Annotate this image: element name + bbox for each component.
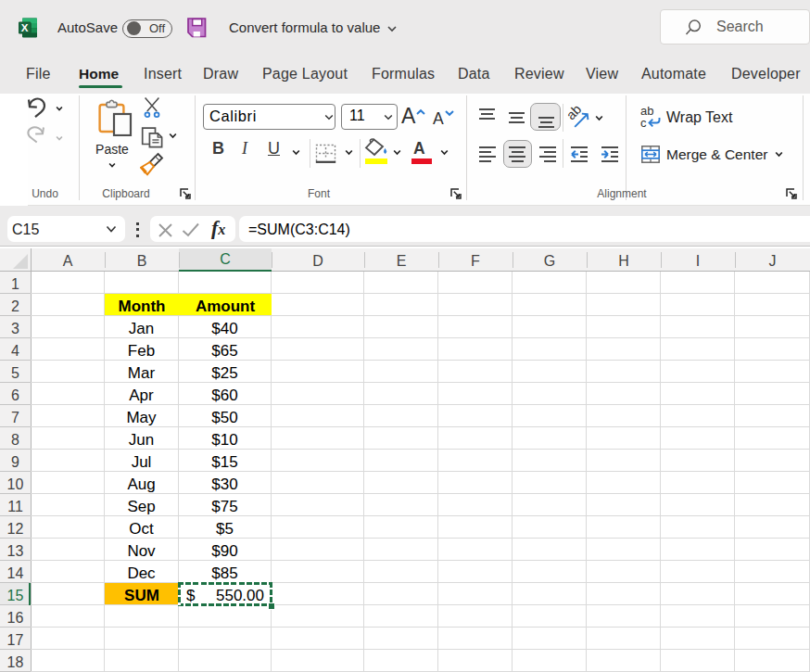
svg-text:X: X <box>21 22 29 33</box>
svg-text:c: c <box>640 116 647 130</box>
